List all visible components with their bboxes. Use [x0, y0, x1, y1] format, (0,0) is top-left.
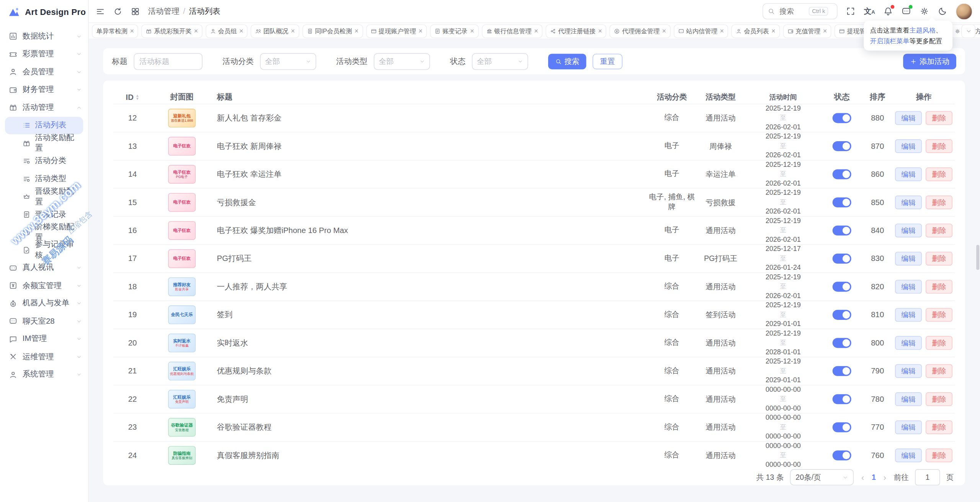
close-icon[interactable]: × — [194, 28, 198, 34]
tab-bank-info[interactable]: 银行信息管理× — [482, 24, 542, 38]
scrollbar-thumb[interactable] — [976, 245, 979, 270]
close-icon[interactable]: × — [771, 28, 776, 34]
close-icon[interactable]: × — [823, 28, 827, 34]
sidebar-item-activities[interactable]: 活动管理 — [0, 99, 88, 117]
tab-same-ip-check[interactable]: 同IP会员检测× — [302, 24, 363, 38]
tabs-dropdown-button[interactable] — [961, 24, 976, 38]
edit-button[interactable]: 编辑 — [895, 196, 922, 209]
notifications-bell-icon[interactable] — [883, 6, 893, 16]
edit-button[interactable]: 编辑 — [895, 168, 922, 181]
delete-button[interactable]: 删除 — [926, 196, 952, 209]
page-number[interactable]: 1 — [872, 473, 876, 482]
search-button[interactable]: 搜索 — [548, 54, 586, 69]
topbar-menu-link[interactable]: 开启顶栏菜单 — [870, 37, 910, 44]
close-icon[interactable]: × — [598, 28, 602, 34]
sidebar-item-system[interactable]: 系统管理 — [0, 366, 88, 384]
cover-image[interactable]: 电子狂欢 — [168, 249, 196, 268]
cover-image[interactable]: 迎新礼包首存豪送1,888 — [168, 109, 196, 127]
tab-agent-register-link[interactable]: 代理注册链接× — [546, 24, 606, 38]
sidebar-item-balance-treasure[interactable]: 余额宝管理 — [0, 277, 88, 295]
tab-system-lottery-draw[interactable]: 系统彩预开奖× — [142, 24, 203, 38]
status-toggle[interactable] — [833, 225, 851, 235]
type-select[interactable]: 全部 — [374, 53, 430, 70]
tab-account-change-log[interactable]: 账变记录× — [430, 24, 478, 38]
global-search[interactable]: Ctrl k — [763, 3, 838, 19]
delete-button[interactable]: 删除 — [926, 421, 952, 434]
sidebar-item-live-video[interactable]: 真人视讯 — [0, 259, 88, 277]
close-icon[interactable]: × — [418, 28, 423, 34]
edit-button[interactable]: 编辑 — [895, 139, 922, 153]
edit-button[interactable]: 编辑 — [895, 336, 922, 350]
delete-button[interactable]: 删除 — [926, 168, 952, 181]
close-icon[interactable]: × — [470, 28, 474, 34]
sidebar-item-ladder-reward-config[interactable]: 阶梯奖励配置 — [5, 223, 83, 241]
close-icon[interactable]: × — [534, 28, 538, 34]
next-page-button[interactable]: › — [882, 472, 887, 482]
close-icon[interactable]: × — [239, 28, 243, 34]
edit-button[interactable]: 编辑 — [895, 448, 922, 462]
sidebar-item-robot[interactable]: 机器人与发单 — [0, 295, 88, 313]
cover-image[interactable]: 推荐好友彩金共享 — [168, 277, 196, 296]
category-select[interactable]: 全部 — [260, 53, 316, 70]
edit-button[interactable]: 编辑 — [895, 252, 922, 266]
status-toggle[interactable] — [833, 338, 851, 348]
apps-grid-icon[interactable] — [131, 7, 140, 16]
breadcrumb-item[interactable]: 活动管理 — [148, 6, 180, 17]
edit-button[interactable]: 编辑 — [895, 111, 922, 125]
sidebar-item-participation-audit[interactable]: 参与记录审核 — [5, 241, 83, 259]
delete-button[interactable]: 删除 — [926, 139, 952, 153]
status-toggle[interactable] — [833, 310, 851, 320]
cover-image[interactable]: 汇旺娱乐优惠规则与条款 — [168, 362, 196, 380]
tab-team-overview[interactable]: 团队概况× — [251, 24, 299, 38]
edit-button[interactable]: 编辑 — [895, 364, 922, 378]
status-toggle[interactable] — [833, 197, 851, 207]
cover-image[interactable]: 谷歌验证器安装教程 — [168, 418, 196, 437]
avatar[interactable] — [956, 3, 972, 20]
delete-button[interactable]: 删除 — [926, 364, 952, 378]
reset-button[interactable]: 重置 — [593, 54, 622, 69]
title-filter-input[interactable] — [134, 53, 203, 70]
settings-gear-icon[interactable] — [920, 6, 929, 16]
tab-site-mail[interactable]: 站内信管理× — [674, 24, 728, 38]
cover-image[interactable]: 汇旺娱乐免责声明 — [168, 390, 196, 409]
cover-image[interactable]: 电子狂欢PG电子 — [168, 165, 196, 184]
prev-page-button[interactable]: ‹ — [860, 472, 865, 482]
column-id[interactable]: ID▲▼ — [113, 93, 152, 101]
edit-button[interactable]: 编辑 — [895, 392, 922, 406]
delete-button[interactable]: 删除 — [926, 308, 952, 322]
cover-image[interactable]: 电子狂欢 — [168, 193, 196, 212]
sidebar-item-im[interactable]: IM管理 — [0, 330, 88, 348]
close-icon[interactable]: × — [720, 28, 724, 34]
close-icon[interactable]: × — [354, 28, 359, 34]
sidebar-item-activity-list[interactable]: 活动列表 — [5, 116, 83, 134]
sort-icon[interactable]: ▲▼ — [136, 95, 139, 101]
cover-image[interactable]: 防骗指南真假客服辨别 — [168, 446, 196, 465]
status-toggle[interactable] — [833, 113, 851, 123]
fullscreen-icon[interactable] — [846, 6, 856, 16]
status-toggle[interactable] — [833, 366, 851, 376]
edit-button[interactable]: 编辑 — [895, 308, 922, 322]
search-input[interactable] — [778, 7, 806, 16]
delete-button[interactable]: 删除 — [926, 280, 952, 293]
tab-withdraw-account[interactable]: 提现账户管理× — [366, 24, 427, 38]
status-toggle[interactable] — [833, 282, 851, 292]
status-toggle[interactable] — [833, 422, 851, 432]
close-icon[interactable]: × — [130, 28, 134, 34]
menu-collapse-icon[interactable] — [96, 7, 105, 16]
cover-image[interactable]: 全民七天乐 — [168, 305, 196, 324]
delete-button[interactable]: 删除 — [926, 111, 952, 125]
sidebar-item-activity-type[interactable]: 活动类型 — [5, 170, 83, 188]
status-toggle[interactable] — [833, 394, 851, 404]
sidebar-item-ops[interactable]: 运维管理 — [0, 348, 88, 366]
sidebar-item-activity-reward-config[interactable]: 活动奖励配置 — [5, 134, 83, 152]
sidebar-item-lottery[interactable]: 彩票管理 — [0, 45, 88, 63]
tab-agent-commission[interactable]: 代理佣金管理× — [609, 24, 670, 38]
add-activity-button[interactable]: 添加活动 — [903, 54, 956, 69]
tab-member-list[interactable]: 会员列表× — [732, 24, 780, 38]
tab-order-anomaly[interactable]: 单异常检测× — [92, 24, 139, 38]
delete-button[interactable]: 删除 — [926, 448, 952, 462]
translate-icon[interactable]: 文A — [864, 8, 875, 15]
refresh-icon[interactable] — [113, 7, 122, 16]
goto-page-input[interactable] — [915, 469, 940, 485]
cover-image[interactable]: 电子狂欢 — [168, 137, 196, 156]
